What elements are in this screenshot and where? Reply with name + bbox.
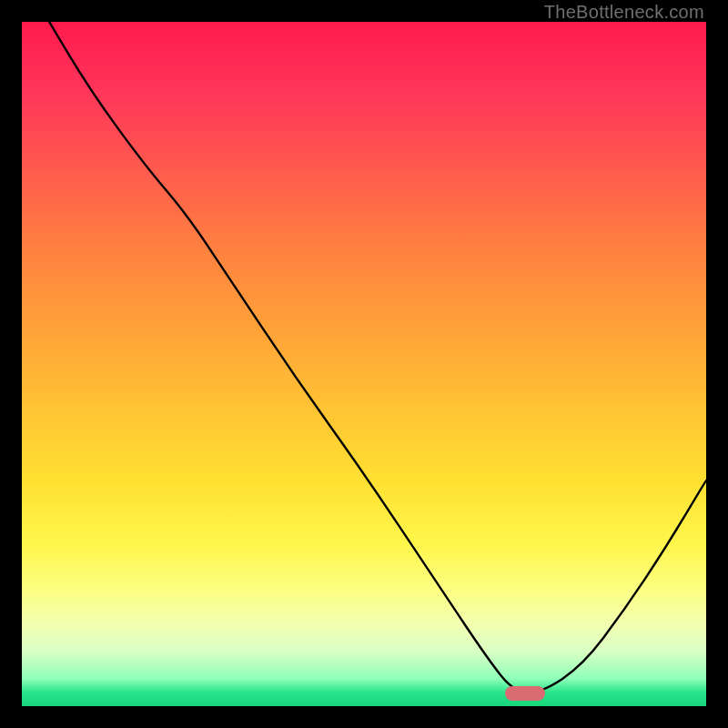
watermark-text: TheBottleneck.com: [544, 2, 704, 23]
optimum-marker: [505, 686, 545, 701]
bottleneck-curve-path: [49, 22, 706, 693]
chart-frame: [22, 22, 706, 706]
bottleneck-curve-svg: [22, 22, 706, 706]
